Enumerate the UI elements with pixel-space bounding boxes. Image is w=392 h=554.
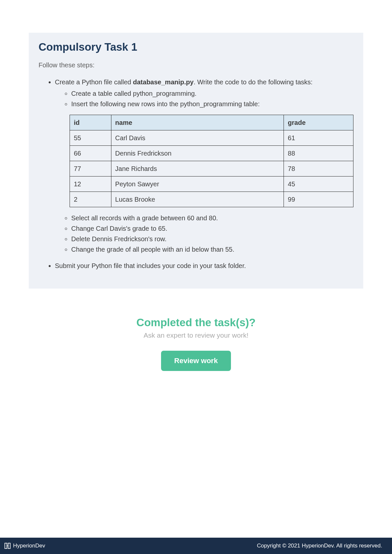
cell-id: 2 [70,192,111,207]
table-row: 77 Jane Richards 78 [70,161,353,176]
footer-copyright: Copyright © 2021 HyperionDev. All rights… [257,543,382,549]
task-box: Compulsory Task 1 Follow these steps: Cr… [29,33,363,289]
step-1-filename: database_manip.py [133,78,194,86]
cell-name: Jane Richards [111,161,284,176]
follow-text: Follow these steps: [39,61,353,69]
cell-grade: 61 [284,130,353,146]
completed-section: Completed the task(s)? Ask an expert to … [0,316,392,371]
svg-rect-0 [5,543,7,549]
hyperiondev-logo-icon [4,542,11,549]
table-wrap: id name grade 55 Carl Davis 61 66 [70,115,353,207]
main-bullets: Create a Python file called database_man… [55,77,353,271]
table-row: 12 Peyton Sawyer 45 [70,176,353,192]
cell-id: 55 [70,130,111,146]
table-row: 66 Dennis Fredrickson 88 [70,146,353,161]
cell-id: 66 [70,146,111,161]
footer: HyperionDev Copyright © 2021 HyperionDev… [0,538,392,554]
sub-bullets-top: Create a table called python_programming… [71,89,353,109]
step-1-post: . Write the code to do the following tas… [194,78,313,86]
table-header-row: id name grade [70,115,353,130]
cell-name: Dennis Fredrickson [111,146,284,161]
footer-left: HyperionDev [4,542,45,549]
table-row: 55 Carl Davis 61 [70,130,353,146]
task-title: Compulsory Task 1 [39,41,353,53]
cell-name: Carl Davis [111,130,284,146]
step-2: Submit your Python file that includes yo… [55,261,353,271]
sub-2: Insert the following new rows into the p… [71,99,353,109]
header-id: id [70,115,111,130]
completed-title: Completed the task(s)? [0,316,392,329]
header-grade: grade [284,115,353,130]
cell-grade: 78 [284,161,353,176]
svg-rect-1 [8,543,10,549]
header-name: name [111,115,284,130]
cell-grade: 99 [284,192,353,207]
sub-1: Create a table called python_programming… [71,89,353,98]
sub-bullets-bottom: Select all records with a grade between … [71,213,353,254]
cell-name: Lucas Brooke [111,192,284,207]
cell-name: Peyton Sawyer [111,176,284,192]
programming-table: id name grade 55 Carl Davis 61 66 [70,115,353,207]
completed-subtitle: Ask an expert to review your work! [0,331,392,339]
step-1-pre: Create a Python file called [55,78,133,86]
cell-grade: 45 [284,176,353,192]
table-row: 2 Lucas Brooke 99 [70,192,353,207]
step-1: Create a Python file called database_man… [55,77,353,254]
review-work-button[interactable]: Review work [161,351,231,371]
cell-id: 12 [70,176,111,192]
sub-5: Delete Dennis Fredrickson's row. [71,234,353,244]
sub-3: Select all records with a grade between … [71,213,353,223]
cell-id: 77 [70,161,111,176]
sub-6: Change the grade of all people with an i… [71,244,353,254]
cell-grade: 88 [284,146,353,161]
footer-brand: HyperionDev [13,543,45,549]
sub-4: Change Carl Davis's grade to 65. [71,224,353,233]
